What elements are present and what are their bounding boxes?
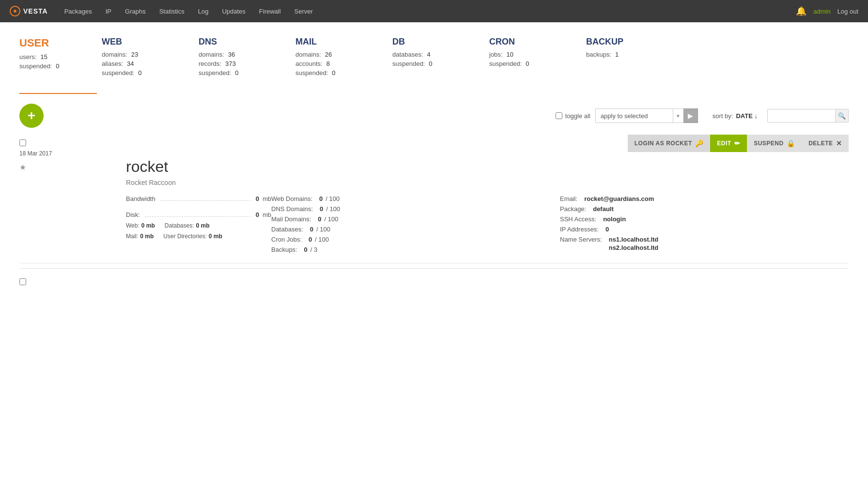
mail-domains-row: Mail Domains: 0 / 100 — [271, 215, 560, 223]
dns-title: DNS — [199, 37, 281, 47]
navbar: VESTA Packages IP Graphs Statistics Log … — [0, 0, 868, 22]
key-icon: 🔑 — [695, 139, 704, 147]
search-input[interactable] — [767, 109, 835, 122]
disk-sub-2: Mail:0 mb User Directories:0 mb — [126, 233, 271, 240]
nav-right: 🔔 admin Log out — [796, 6, 858, 16]
bandwidth-row: Bandwidth 0 mb — [126, 195, 271, 202]
nav-server[interactable]: Server — [288, 0, 320, 22]
card-checkbox[interactable] — [19, 139, 26, 146]
package-row: Package: default — [560, 205, 849, 213]
nav-updates[interactable]: Updates — [215, 0, 252, 22]
nav-ip[interactable]: IP — [99, 0, 118, 22]
logo-icon — [10, 6, 20, 16]
bottom-divider — [19, 268, 849, 269]
stat-mail: MAIL domains: 26 accounts: 8 suspended: … — [295, 37, 378, 78]
card-fullname: Rocket Raccoon — [126, 179, 849, 186]
user-title: USER — [19, 37, 87, 49]
sort-label: sort by: — [713, 112, 733, 120]
stat-backup: BACKUP backups: 1 — [586, 37, 668, 78]
sort-group: sort by: DATE ↓ — [713, 112, 758, 120]
main-content: USER users: 15 suspended: 0 WEB domains:… — [0, 22, 868, 490]
detail-col-2: Web Domains: 0 / 100 DNS Domains: 0 / 10… — [271, 195, 560, 253]
card-date: 18 Mar 2017 — [19, 150, 52, 157]
close-icon: ✕ — [836, 139, 842, 147]
toggle-all-group: toggle all — [556, 112, 590, 120]
logout-button[interactable]: Log out — [837, 8, 858, 15]
web-title: WEB — [102, 37, 184, 47]
section-divider — [19, 93, 97, 94]
suspend-button[interactable]: SUSPEND 🔒 — [747, 135, 802, 152]
apply-select-group: apply to selected ▾ ▶ — [595, 108, 698, 123]
apply-go-button[interactable]: ▶ — [683, 108, 698, 123]
disk-sub: Web:0 mb Databases:0 mb — [126, 222, 271, 229]
table-row: 18 Mar 2017 ★ LOGIN AS ROCKET 🔑 EDIT ✏ — [19, 135, 849, 263]
user-list: 18 Mar 2017 ★ LOGIN AS ROCKET 🔑 EDIT ✏ — [19, 135, 849, 263]
backups-row: Backups: 0 / 3 — [271, 246, 560, 253]
stat-dns: DNS domains: 36 records: 373 suspended: … — [199, 37, 281, 78]
brand[interactable]: VESTA — [10, 6, 48, 16]
star-icon[interactable]: ★ — [19, 163, 26, 172]
toggle-all-checkbox[interactable] — [556, 112, 562, 119]
ssh-row: SSH Access: nologin — [560, 215, 849, 223]
sort-value[interactable]: DATE ↓ — [736, 112, 758, 120]
add-user-button[interactable]: + — [19, 104, 44, 128]
databases-count-row: Databases: 0 / 100 — [271, 226, 560, 233]
stat-db: DB databases: 4 suspended: 0 — [392, 37, 475, 78]
card-body: LOGIN AS ROCKET 🔑 EDIT ✏ SUSPEND 🔒 DELET… — [126, 135, 849, 253]
login-as-button[interactable]: LOGIN AS ROCKET 🔑 — [628, 135, 711, 152]
db-title: DB — [392, 37, 475, 47]
card-username: rocket — [126, 158, 849, 176]
nav-links: Packages IP Graphs Statistics Log Update… — [58, 0, 796, 22]
card-action-bar: LOGIN AS ROCKET 🔑 EDIT ✏ SUSPEND 🔒 DELET… — [126, 135, 849, 152]
stat-cron: CRON jobs: 10 suspended: 0 — [489, 37, 572, 78]
bottom-row — [19, 274, 849, 289]
brand-name: VESTA — [23, 7, 48, 15]
nav-graphs[interactable]: Graphs — [118, 0, 153, 22]
pencil-icon: ✏ — [734, 139, 741, 147]
nav-packages[interactable]: Packages — [58, 0, 99, 22]
nav-log[interactable]: Log — [191, 0, 216, 22]
apply-select[interactable]: apply to selected — [595, 108, 673, 123]
cron-title: CRON — [489, 37, 572, 47]
notification-bell-icon[interactable]: 🔔 — [796, 6, 806, 16]
stat-user: USER users: 15 suspended: 0 — [19, 37, 87, 78]
nameservers-row: Name Servers: ns1.localhost.ltd ns2.loca… — [560, 236, 849, 251]
search-button[interactable]: 🔍 — [835, 109, 849, 122]
ip-row: IP Addresses: 0 — [560, 226, 849, 233]
stats-row: USER users: 15 suspended: 0 WEB domains:… — [19, 37, 849, 88]
cron-jobs-row: Cron Jobs: 0 / 100 — [271, 236, 560, 243]
disk-row: Disk: 0 mb — [126, 211, 271, 218]
edit-button[interactable]: EDIT ✏ — [710, 135, 747, 152]
detail-col-3: Email: rocket@guardians.com Package: def… — [560, 195, 849, 253]
web-domains-row: Web Domains: 0 / 100 — [271, 195, 560, 202]
backup-title: BACKUP — [586, 37, 668, 47]
delete-button[interactable]: DELETE ✕ — [802, 135, 849, 152]
toggle-all-label: toggle all — [565, 112, 590, 120]
mail-title: MAIL — [295, 37, 378, 47]
nav-firewall[interactable]: Firewall — [252, 0, 288, 22]
apply-select-arrow[interactable]: ▾ — [673, 108, 683, 123]
detail-col-1: Bandwidth 0 mb Disk: 0 mb — [126, 195, 271, 253]
stat-web: WEB domains: 23 aliases: 34 suspended: 0 — [102, 37, 184, 78]
email-row: Email: rocket@guardians.com — [560, 195, 849, 202]
user-suspended-value: 0 — [56, 62, 59, 70]
bottom-checkbox[interactable] — [19, 278, 26, 285]
card-details: Bandwidth 0 mb Disk: 0 mb — [126, 195, 849, 253]
user-suspended-label: suspended: — [19, 62, 52, 70]
lock-icon: 🔒 — [787, 139, 795, 147]
users-value: 15 — [40, 53, 47, 61]
card-left: 18 Mar 2017 ★ — [19, 135, 126, 172]
admin-link[interactable]: admin — [813, 8, 830, 15]
nav-statistics[interactable]: Statistics — [153, 0, 191, 22]
search-group: 🔍 — [767, 109, 849, 122]
dns-domains-row: DNS Domains: 0 / 100 — [271, 205, 560, 213]
users-label: users: — [19, 53, 36, 61]
